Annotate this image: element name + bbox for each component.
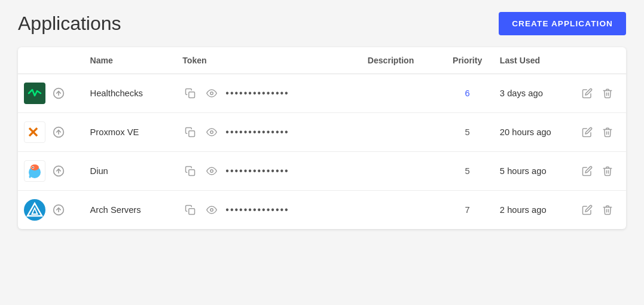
table-header-row: Name Token Description Priority Last Use… xyxy=(18,47,626,74)
svg-point-23 xyxy=(210,209,213,212)
token-dots-proxmox: •••••••••••••• xyxy=(225,127,289,138)
reveal-token-proxmox[interactable] xyxy=(204,126,219,139)
edit-button-healthchecks[interactable] xyxy=(579,87,595,100)
copy-token-healthchecks[interactable] xyxy=(182,87,198,100)
app-name-proxmox: Proxmox VE xyxy=(84,113,177,152)
delete-button-arch[interactable] xyxy=(600,203,615,216)
token-cell-arch: •••••••••••••• xyxy=(176,191,362,230)
priority-value-healthchecks: 6 xyxy=(447,89,487,98)
delete-button-healthchecks[interactable] xyxy=(600,87,615,100)
priority-value-proxmox: 5 xyxy=(447,127,487,137)
applications-table: Name Token Description Priority Last Use… xyxy=(18,47,626,229)
token-dots-healthchecks: •••••••••••••• xyxy=(225,88,289,99)
actions-diun xyxy=(573,152,627,191)
lastused-diun: 5 hours ago xyxy=(494,152,573,191)
copy-token-diun[interactable] xyxy=(182,164,198,178)
priority-value-diun: 5 xyxy=(447,166,487,176)
edit-button-arch[interactable] xyxy=(579,203,595,216)
reveal-token-arch[interactable] xyxy=(204,203,219,216)
token-cell-proxmox: •••••••••••••• xyxy=(176,113,362,152)
svg-point-3 xyxy=(210,92,213,95)
description-proxmox xyxy=(362,113,441,152)
upload-button-diun[interactable] xyxy=(50,164,67,178)
delete-button-diun[interactable] xyxy=(600,164,615,178)
app-logo-diun xyxy=(24,160,45,182)
edit-button-diun[interactable] xyxy=(579,164,595,178)
priority-arch: 7 xyxy=(441,191,493,230)
page-title: Applications xyxy=(18,13,121,35)
edit-button-proxmox[interactable] xyxy=(579,126,595,139)
col-header-description: Description xyxy=(362,47,441,74)
svg-point-12 xyxy=(32,167,33,168)
app-logo-healthchecks xyxy=(24,83,45,104)
svg-rect-7 xyxy=(189,131,195,137)
svg-rect-22 xyxy=(189,209,195,215)
table-row: Arch Servers xyxy=(18,191,626,230)
col-header-icons xyxy=(18,47,84,74)
app-icons-cell-healthchecks xyxy=(18,74,84,113)
app-logo-arch xyxy=(24,199,45,221)
description-arch xyxy=(362,191,441,230)
app-icons-cell-diun xyxy=(18,152,84,191)
svg-point-8 xyxy=(210,131,213,134)
reveal-token-healthchecks[interactable] xyxy=(204,87,219,100)
svg-text:✕: ✕ xyxy=(27,124,39,141)
table-row: Diun xyxy=(18,152,626,191)
upload-button-arch[interactable] xyxy=(50,203,67,217)
copy-token-arch[interactable] xyxy=(182,203,198,216)
token-cell-diun: •••••••••••••• xyxy=(176,152,362,191)
lastused-healthchecks: 3 days ago xyxy=(494,74,573,113)
upload-button-proxmox[interactable] xyxy=(50,125,67,139)
create-application-button[interactable]: CREATE APPLICATION xyxy=(499,12,626,35)
reveal-token-diun[interactable] xyxy=(204,164,219,178)
app-logo-proxmox: ✕ xyxy=(24,121,45,143)
token-cell-healthchecks: •••••••••••••• xyxy=(176,74,362,113)
priority-proxmox: 5 xyxy=(441,113,493,152)
priority-healthchecks: 6 xyxy=(441,74,493,113)
svg-rect-2 xyxy=(189,92,195,98)
description-diun xyxy=(362,152,441,191)
col-header-name: Name xyxy=(84,47,177,74)
svg-rect-15 xyxy=(189,170,195,176)
actions-proxmox xyxy=(573,113,627,152)
app-name-diun: Diun xyxy=(84,152,177,191)
priority-value-arch: 7 xyxy=(447,205,487,215)
applications-table-card: Name Token Description Priority Last Use… xyxy=(18,47,626,229)
table-row: ✕ Proxmox VE xyxy=(18,113,626,152)
col-header-lastused: Last Used xyxy=(494,47,573,74)
delete-button-proxmox[interactable] xyxy=(600,126,615,139)
page-header: Applications CREATE APPLICATION xyxy=(18,12,626,35)
app-name-healthchecks: Healthchecks xyxy=(84,74,177,113)
app-name-arch: Arch Servers xyxy=(84,191,177,230)
token-dots-diun: •••••••••••••• xyxy=(225,166,289,176)
actions-arch xyxy=(573,191,627,230)
svg-point-16 xyxy=(210,170,213,173)
upload-button-healthchecks[interactable] xyxy=(50,86,67,100)
description-healthchecks xyxy=(362,74,441,113)
lastused-proxmox: 20 hours ago xyxy=(494,113,573,152)
app-icons-cell-proxmox: ✕ xyxy=(18,113,84,152)
col-header-priority: Priority xyxy=(441,47,493,74)
table-row: Healthchecks xyxy=(18,74,626,113)
actions-healthchecks xyxy=(573,74,627,113)
lastused-arch: 2 hours ago xyxy=(494,191,573,230)
applications-page: Applications CREATE APPLICATION Name Tok… xyxy=(0,0,644,241)
priority-diun: 5 xyxy=(441,152,493,191)
app-icons-cell-arch xyxy=(18,191,84,230)
token-dots-arch: •••••••••••••• xyxy=(225,205,289,215)
col-header-actions xyxy=(573,47,627,74)
col-header-token: Token xyxy=(176,47,362,74)
copy-token-proxmox[interactable] xyxy=(182,126,198,139)
